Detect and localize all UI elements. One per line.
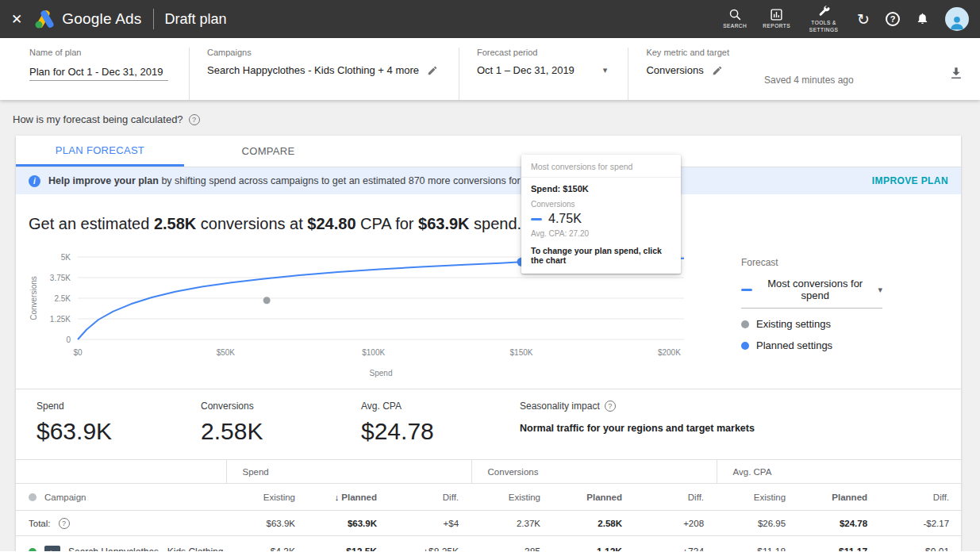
legend-title: Forecast: [741, 257, 882, 268]
svg-text:Conversions: Conversions: [29, 276, 38, 320]
summary-metrics: Spend $63.9K Conversions 2.58K Avg. CPA …: [16, 389, 961, 459]
help-button[interactable]: ?: [886, 12, 900, 26]
row-spend-planned: $12.5K: [308, 536, 390, 552]
reports-icon: [770, 8, 783, 21]
tooltip-header: Most conversions for spend: [521, 155, 681, 178]
col-spend-planned[interactable]: ↓Planned: [308, 484, 390, 511]
help-tooltip-icon[interactable]: ?: [605, 401, 616, 412]
forecast-period-label: Forecast period: [477, 48, 607, 57]
info-icon: i: [29, 175, 40, 187]
reports-button[interactable]: REPORTS: [763, 8, 790, 29]
campaigns-label: Campaigns: [207, 48, 438, 57]
tooltip-value: 4.75K: [548, 212, 582, 226]
content-area: How is my forecast being calculated? ? P…: [0, 100, 980, 551]
col-conv-planned[interactable]: Planned: [553, 484, 635, 511]
svg-text:0: 0: [66, 335, 71, 344]
svg-text:$100K: $100K: [362, 348, 385, 357]
close-icon[interactable]: ✕: [11, 11, 22, 28]
campaign-status-icon: [29, 493, 37, 501]
help-tooltip-icon[interactable]: ?: [59, 518, 70, 529]
tab-bar: PLAN FORECAST COMPARE: [16, 136, 961, 167]
campaign-name-link[interactable]: Search Happyclothes - Kids Clothing: [68, 546, 223, 551]
seasonality-value: Normal traffic for your regions and targ…: [520, 423, 755, 434]
reports-label: REPORTS: [763, 23, 790, 29]
summary-conversions-value: 2.58K: [201, 418, 361, 445]
svg-text:$50K: $50K: [217, 348, 236, 357]
total-spend-diff: +$4: [390, 511, 471, 536]
campaign-thumbnail: [44, 546, 60, 551]
svg-text:$200K: $200K: [658, 348, 681, 357]
svg-text:5K: 5K: [61, 253, 71, 262]
edit-pencil-icon[interactable]: [427, 65, 438, 76]
col-cpa-planned[interactable]: Planned: [798, 484, 880, 511]
tab-compare[interactable]: COMPARE: [184, 136, 352, 167]
col-cpa-diff[interactable]: Diff.: [880, 484, 962, 511]
row-cpa-planned: $11.17: [798, 536, 880, 552]
help-tooltip-icon[interactable]: ?: [189, 114, 200, 125]
campaign-column-header[interactable]: Campaign: [44, 493, 86, 502]
plan-settings-bar: Name of plan Campaigns Search Happycloth…: [0, 38, 980, 100]
search-icon: [728, 8, 742, 21]
improve-plan-banner: i Help improve your plan by shifting spe…: [16, 167, 961, 194]
product-name: Google Ads: [62, 10, 141, 28]
total-spend-existing: $63.9K: [226, 511, 308, 536]
key-metric-value: Conversions: [646, 64, 703, 76]
table-row[interactable]: Search Happyclothes - Kids Clothing $4.3…: [16, 536, 962, 552]
account-avatar[interactable]: [945, 7, 969, 31]
row-conv-diff: +734: [635, 536, 717, 552]
top-app-bar: ✕ Google Ads Draft plan SEARCH REPORTS: [0, 0, 980, 38]
group-cpa: Avg. CPA: [717, 460, 962, 484]
row-conv-planned: 1.12K: [553, 536, 635, 552]
headline-spend: $63.9K: [418, 215, 470, 232]
tab-plan-forecast[interactable]: PLAN FORECAST: [16, 136, 184, 167]
col-spend-existing[interactable]: Existing: [226, 484, 308, 511]
forecast-type-dropdown[interactable]: Most conversions for spend ▾: [741, 278, 882, 309]
search-button[interactable]: SEARCH: [723, 8, 747, 29]
notifications-button[interactable]: [916, 11, 929, 28]
col-spend-diff[interactable]: Diff.: [390, 484, 471, 511]
download-button[interactable]: [948, 65, 964, 83]
key-metric-label: Key metric and target: [646, 48, 729, 57]
tools-settings-button[interactable]: TOOLS & SETTINGS: [806, 5, 841, 33]
google-ads-logo-icon: [35, 10, 56, 29]
chart-legend: Forecast Most conversions for spend ▾ Ex…: [741, 247, 882, 381]
sort-desc-icon: ↓: [335, 493, 340, 502]
row-spend-diff: +$8.25K: [390, 536, 471, 552]
wrench-icon: [817, 5, 831, 18]
campaign-enabled-icon: [29, 548, 37, 551]
headline-conversions: 2.58K: [154, 215, 196, 232]
summary-conversions-label: Conversions: [201, 401, 361, 412]
tooltip-hint: To change your plan spend, click the cha…: [531, 246, 671, 265]
svg-text:2.5K: 2.5K: [54, 294, 71, 303]
seasonality-label: Seasonality impact: [520, 401, 600, 412]
svg-text:Spend: Spend: [370, 369, 393, 378]
search-label: SEARCH: [723, 23, 747, 29]
summary-cpa-label: Avg. CPA: [361, 401, 520, 412]
chart-tooltip: Most conversions for spend Spend: $150K …: [521, 155, 681, 274]
forecast-period-field[interactable]: Forecast period Oct 1 – Dec 31, 2019 ▾: [459, 48, 628, 100]
improve-plan-button[interactable]: IMPROVE PLAN: [872, 175, 948, 186]
total-conv-planned: 2.58K: [553, 511, 635, 536]
seasonality-block: Seasonality impact ? Normal traffic for …: [520, 401, 755, 445]
group-spend: Spend: [226, 460, 471, 484]
forecast-question-text: How is my forecast being calculated?: [13, 113, 183, 125]
total-conv-diff: +208: [635, 511, 717, 536]
edit-pencil-icon[interactable]: [712, 65, 723, 76]
svg-text:3.75K: 3.75K: [50, 274, 71, 282]
svg-text:1.25K: 1.25K: [50, 315, 71, 324]
bell-icon: [916, 11, 929, 25]
col-cpa-existing[interactable]: Existing: [717, 484, 798, 511]
download-icon: [948, 65, 964, 81]
campaigns-value: Search Happyclothes - Kids Clothing + 4 …: [207, 64, 419, 76]
table-column-header-row: Campaign Existing ↓Planned Diff. Existin…: [16, 484, 962, 511]
plan-name-input[interactable]: [29, 66, 168, 81]
planned-dot-icon: [741, 342, 749, 350]
col-conv-diff[interactable]: Diff.: [635, 484, 717, 511]
saved-status: Saved 4 minutes ago: [764, 62, 854, 86]
plan-forecast-card: PLAN FORECAST COMPARE i Help improve you…: [16, 136, 961, 551]
refresh-icon[interactable]: ↻: [857, 12, 870, 27]
tools-settings-label: TOOLS & SETTINGS: [806, 20, 841, 33]
col-conv-existing[interactable]: Existing: [471, 484, 553, 511]
total-spend-planned: $63.9K: [308, 511, 390, 536]
row-cpa-diff: -$0.01: [880, 536, 962, 552]
